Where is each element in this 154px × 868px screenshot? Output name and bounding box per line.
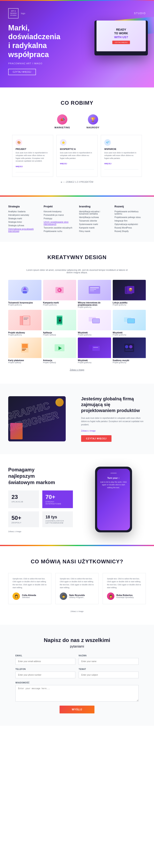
nav-link-optymalizacja-wydajnosci[interactable]: Optymalizacja wydajności [115,223,146,225]
pomagamy-img-link[interactable]: Zobacz z imago [8,530,73,532]
nav-link-kierunek[interactable]: Kierunek kreatywny [44,211,75,213]
nav-link-tozsamosc[interactable]: Tożsamość zbiorów [79,220,111,222]
portfolio-item-lesson[interactable]: 📦 Lekcje pudełka Projekt graficzny [113,280,146,308]
portfolio-item-apps[interactable]: 📱 Aplikacje Projekt Aplikacji [43,310,76,336]
svg-text:📦: 📦 [128,288,133,291]
nav-link-identyfikacja-ruchowa[interactable]: Identyfikacja ruchowa [79,216,111,218]
stat-zespoly-number: 50+ [11,515,36,521]
nav-link-systemowanie[interactable]: Systemowanie marki [79,223,111,225]
nav-link-uxui[interactable]: UX/UI i projektowanie stron internetowyc… [44,221,75,225]
logo-box: ART & DESIGN STUDIO [8,8,19,19]
laptop-screen-text: READY TO WORK WITH US? [114,28,128,39]
nav-link-strategia-cyfrowa[interactable]: Strategia cyfrowa [8,224,40,227]
pomagamy-title: Pomagamy najlepszym światowym markom [8,466,73,486]
portfolio-label-corp: Tożsamość korporacyjna Projekt graficzny [8,302,41,306]
portfolio-img-website [78,280,111,300]
testimonials-grid: Sample text. Click to select the text bo… [8,573,146,604]
nav-link-warsztaty[interactable]: Interaktywne warsztaty [8,214,40,216]
nav-link-kampanie[interactable]: Kampanie marek [79,227,111,229]
global-firm-btn[interactable]: CZYTAJ WIĘCEJ [81,435,112,442]
portfolio-item-wizytowki2[interactable]: Wizytówki Projekt graficzny [113,310,146,336]
testimonial-2-text: Sample text. Click to select the text bo… [60,577,94,589]
email-input[interactable] [16,658,75,665]
design-element-2 [56,398,64,406]
logo-line1: ART & [11,10,16,12]
portfolio-label-animacja: Animacja Projekt Aplikacji [43,359,76,364]
nav-link-integracje[interactable]: Integracje firm [115,220,146,222]
card-ekspertyz-link[interactable]: WIĘCEJ [60,163,67,165]
portfolio-item-campaign[interactable]: b Kampania marki Projekt graficzny [43,280,76,308]
card-wsparcie-link[interactable]: WIĘCEJ [104,163,112,165]
nav-link-strategia-tresci[interactable]: Strategia treści [8,221,40,223]
avatar-3: 👩 [107,592,114,600]
nav-link-projektowanie-ruchu[interactable]: Projektowanie ruchu [44,230,75,232]
portfolio-item-plakaty[interactable]: Karty plakatowe Projekt Aplikacji [8,338,41,364]
co-robimy-section: CO ROBIMY 📣 MARKETING 🏆 NAGRODY 🎨 PROJEK… [0,88,154,195]
nav-link-shopify[interactable]: Rozwój Shopify [115,230,146,232]
nav-link-projektowanie-pelne[interactable]: Projektowanie pełnego stosu [115,216,146,218]
nav-link-optymalizacja[interactable]: Optymalizacja wyszukiwarki internetowej [8,228,40,232]
testimonial-1-author: 👩 Celia Almeda Sekretarz [12,592,47,600]
nav-links-grid: Strategia Analityka i badania Interaktyw… [8,205,146,234]
testimonials-link[interactable]: Zobacz z imago [70,610,84,612]
portfolio-item-wizytowki1[interactable]: Wizytówki Projekt graficzny [78,310,111,336]
author-3-name: Boba Robertos [116,594,134,596]
phone-input[interactable] [16,672,75,678]
card-wsparcie-title: WSPARCIE [104,148,138,150]
nav-link-tworzenie[interactable]: Tworzenie zasobów wizualnych [44,227,75,229]
portfolio-item-website[interactable]: Witryna internetowa do projektowania str… [78,280,111,308]
svg-rect-1 [23,291,27,293]
portfolio-item-sluzbowy[interactable]: Projekt służbowy Projekt graficzny [8,310,41,336]
portfolio-item-wizytowki3[interactable]: Wizytówki Projekt graficzny [78,338,111,364]
portfolio-item-corp[interactable]: Tożsamość korporacyjna Projekt graficzny [8,280,41,308]
message-input[interactable] [16,685,138,702]
laptop-screen-btn[interactable]: CZYTAJ WIĘCEJ [112,41,130,44]
hero-cta-button[interactable]: CZYTAJ WIĘCEJ [8,69,36,75]
portfolio-label-website: Witryna internetowa do projektowania str… [78,302,111,308]
hero-section: ART & DESIGN STUDIO logo STUDIO Marki, d… [0,0,154,88]
portfolio-img-wizytowki3 [78,338,111,358]
hero-mockup: READY TO WORK WITH US? CZYTAJ WIĘCEJ [90,6,148,47]
card-ekspertyz-title: EKSPERTYZ A [60,148,94,150]
hero-logo-text: logo [21,12,25,14]
stats-grid: 23 APLIKACJE 70+ STRONY INTERNETOWE 50+ … [8,491,73,527]
author-3-info: Boba Robertos Kosmetyk Sprzedaży [116,594,134,598]
nav-col-projekt-title: Projekt [44,205,75,208]
nav-link-projektowanie-arch[interactable]: Projektowanie architektury systemu [115,211,146,215]
nav-col-branding: branding Identyfikacja wizualna i tożsam… [79,205,111,234]
nav-link-analityka[interactable]: Analityka i badania [8,211,40,213]
card-projekt-link[interactable]: WIĘCEJ [16,165,23,167]
kreatywny-desc: Lorem ipsum dolor sit amet, consectetur … [26,269,128,274]
svg-rect-15 [24,318,29,318]
nav-link-filmy[interactable]: Filmy marek [79,230,111,232]
portfolio-label-campaign: Kampania marki Projekt graficzny [43,302,76,306]
card-ekspertyz: ⭐ EKSPERTYZ A Duis aute irure dolor in r… [57,135,97,177]
submit-button[interactable]: WYŚLIJ [60,706,95,713]
portfolio-item-animacja[interactable]: Animacja Projekt Aplikacji [43,338,76,364]
nav-link-wordpress[interactable]: Rozwój WordPress [115,227,146,229]
name-input[interactable] [79,658,138,665]
subject-input[interactable] [79,672,138,678]
svg-text:b: b [59,289,60,291]
global-design-image: GRAPHICDESIGNER [8,396,66,441]
portfolio-item-szablony[interactable]: Szablony muzyki Projekt graficzny [113,338,146,364]
laptop: READY TO WORK WITH US? CZYTAJ WIĘCEJ [94,21,148,56]
svg-text:📱: 📱 [58,318,62,322]
portfolio-img-corp [8,280,41,300]
portfolio-label-sluzbowy: Projekt służbowy Projekt graficzny [8,332,41,336]
nav-link-przewodniki[interactable]: Przewodniki po marce [44,214,75,216]
portfolio-img-sluzbowy [8,310,41,330]
kreatywny-section: KREATYWNY DESIGN Lorem ipsum dolor sit a… [0,242,154,384]
author-1-role: Sekretarz [22,596,36,598]
nav-col-rozwoj-title: Rozwój [115,205,146,208]
svg-point-36 [129,345,132,348]
col-nagrody: 🏆 NAGRODY [87,114,99,129]
see-more-link[interactable]: Zobacz z imago [70,369,84,371]
stat-zespoly-label: ZESPOŁY [11,522,36,524]
svg-rect-28 [22,350,25,351]
nav-link-strategia-marki[interactable]: Strategia marki [8,217,40,220]
global-firm-link[interactable]: Zobacz z imago [81,430,146,432]
nav-link-prototypy[interactable]: Prototypy [44,217,75,220]
svg-point-35 [125,345,128,348]
nav-link-identyfikacja[interactable]: Identyfikacja wizualna i tożsamość werba… [79,211,111,215]
